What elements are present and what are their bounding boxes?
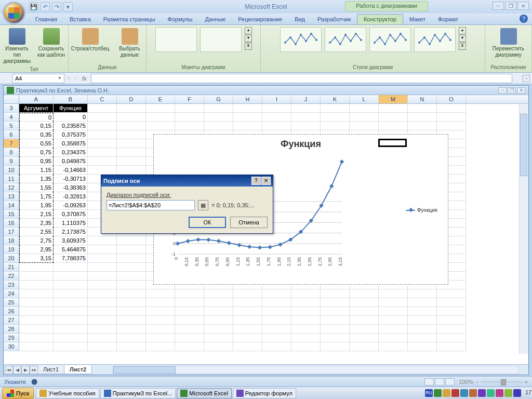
cell-F24[interactable] [175, 289, 204, 298]
row-header-8[interactable]: 8 [4, 148, 19, 157]
taskbar-item-1[interactable]: Практикум3 по Excel... [100, 388, 176, 398]
cell-C27[interactable] [88, 316, 117, 325]
cell-D23[interactable] [117, 281, 146, 289]
cell-A14[interactable]: 1,95 [19, 201, 54, 210]
row-header-17[interactable]: 17 [4, 228, 19, 236]
cell-A12[interactable]: 1,55 [19, 183, 54, 192]
tray-icon[interactable] [469, 389, 477, 397]
cell-A7[interactable]: 0,55 [19, 139, 54, 148]
cell-B22[interactable] [54, 272, 88, 281]
cell-N26[interactable] [408, 307, 437, 316]
cell-A15[interactable]: 2,15 [19, 210, 54, 219]
cell-G26[interactable] [204, 307, 233, 316]
cell-K30[interactable] [321, 342, 350, 351]
row-header-5[interactable]: 5 [4, 122, 19, 130]
cell-L28[interactable] [350, 325, 379, 334]
cell-B15[interactable]: 0,370875 [54, 210, 88, 219]
chart-layout-1[interactable] [155, 27, 197, 52]
wb-close-button[interactable]: ✕ [517, 87, 525, 94]
col-header-O[interactable]: O [437, 95, 466, 103]
cell-D10[interactable] [117, 166, 146, 175]
cell-M28[interactable] [379, 325, 408, 334]
cell-D30[interactable] [117, 342, 146, 351]
cell-A9[interactable]: 0,95 [19, 157, 54, 166]
cell-O25[interactable] [437, 298, 466, 307]
cell-I29[interactable] [262, 334, 291, 342]
tray-icon[interactable] [460, 389, 468, 397]
cell-N28[interactable] [408, 325, 437, 334]
cancel-button[interactable]: Отмена [230, 217, 268, 228]
cell-O24[interactable] [437, 289, 466, 298]
cell-E29[interactable] [146, 334, 175, 342]
col-header-E[interactable]: E [146, 95, 175, 103]
cell-F26[interactable] [175, 307, 204, 316]
cell-G3[interactable] [204, 104, 233, 113]
cell-H3[interactable] [233, 104, 262, 113]
cell-B24[interactable] [54, 289, 88, 298]
cell-B8[interactable]: 0,234375 [54, 148, 88, 157]
row-header-20[interactable]: 20 [4, 254, 19, 263]
col-header-L[interactable]: L [350, 95, 379, 103]
save-as-template-button[interactable]: Сохранить как шаблон [36, 27, 67, 59]
cell-O29[interactable] [437, 334, 466, 342]
sheet-nav-prev-icon[interactable]: ◀ [13, 366, 21, 374]
zoom-level[interactable]: 100% [459, 379, 473, 385]
fx-icon[interactable]: fx [82, 75, 87, 82]
tray-icon[interactable] [496, 389, 503, 397]
cell-A5[interactable]: 0,15 [19, 122, 54, 130]
cell-H26[interactable] [233, 307, 262, 316]
cell-K3[interactable] [321, 104, 350, 113]
qat-save-icon[interactable]: 💾 [29, 2, 38, 11]
cell-M4[interactable] [379, 113, 408, 122]
sheet-nav-first-icon[interactable]: ⏮ [5, 366, 13, 374]
ribbon-tab-7[interactable]: Разработчик [311, 15, 357, 24]
cell-K26[interactable] [321, 307, 350, 316]
wb-restore-button[interactable]: ❐ [508, 87, 516, 94]
cell-E25[interactable] [146, 298, 175, 307]
clock[interactable]: 17:13 [522, 389, 530, 397]
select-data-button[interactable]: Выбрать данные [114, 27, 145, 59]
expand-formula-bar-icon[interactable]: ⌄ [523, 75, 530, 82]
sheet-nav-last-icon[interactable]: ⏭ [30, 366, 38, 374]
row-header-9[interactable]: 9 [4, 157, 19, 166]
cell-D21[interactable] [117, 263, 146, 272]
cell-K29[interactable] [321, 334, 350, 342]
move-chart-button[interactable]: Переместить диаграмму [489, 27, 528, 59]
axis-range-input[interactable] [107, 200, 195, 210]
cell-N30[interactable] [408, 342, 437, 351]
cell-C6[interactable] [88, 130, 117, 139]
cell-D5[interactable] [117, 122, 146, 130]
ok-button[interactable]: ОК [189, 217, 226, 228]
col-header-G[interactable]: G [204, 95, 233, 103]
cell-I5[interactable] [262, 122, 291, 130]
cell-D24[interactable] [117, 289, 146, 298]
row-header-27[interactable]: 27 [4, 316, 19, 325]
cell-L25[interactable] [350, 298, 379, 307]
cell-B27[interactable] [54, 316, 88, 325]
cell-M24[interactable] [379, 289, 408, 298]
cell-G4[interactable] [204, 113, 233, 122]
cell-A22[interactable] [19, 272, 54, 281]
cell-D6[interactable] [117, 130, 146, 139]
cell-G30[interactable] [204, 342, 233, 351]
tray-icon[interactable] [478, 389, 486, 397]
qat-redo-icon[interactable]: ↷ [52, 2, 61, 11]
cell-C3[interactable] [88, 104, 117, 113]
cell-L4[interactable] [350, 113, 379, 122]
zoom-slider[interactable] [481, 381, 523, 383]
cell-A21[interactable] [19, 263, 54, 272]
cell-D22[interactable] [117, 272, 146, 281]
cell-C4[interactable] [88, 113, 117, 122]
cell-E28[interactable] [146, 325, 175, 334]
view-pagelayout-icon[interactable] [435, 378, 444, 385]
tray-icon[interactable] [443, 389, 450, 397]
cell-I24[interactable] [262, 289, 291, 298]
qat-customize-icon[interactable]: ▾ [63, 2, 73, 11]
cell-A19[interactable]: 2,95 [19, 245, 54, 254]
cell-A20[interactable]: 3,15 [19, 254, 54, 263]
tray-icon[interactable] [451, 389, 459, 397]
row-header-12[interactable]: 12 [4, 183, 19, 192]
cell-I28[interactable] [262, 325, 291, 334]
restore-button[interactable]: ❐ [505, 2, 516, 10]
row-header-26[interactable]: 26 [4, 307, 19, 316]
